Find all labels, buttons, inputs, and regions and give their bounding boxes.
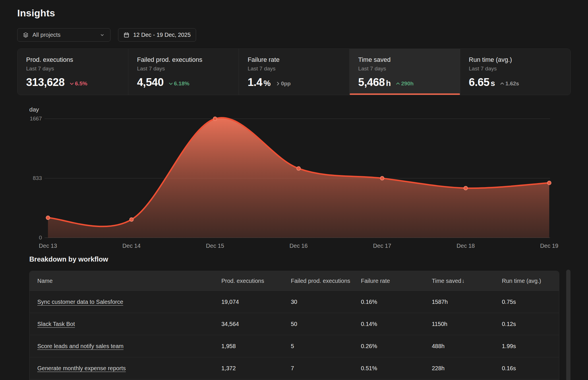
metric-card-delta-text: 290h (401, 80, 413, 87)
metric-card-value: 5,468 (358, 76, 385, 89)
column-header-failed-prod-executions[interactable]: Failed prod. executions (291, 278, 361, 284)
metric-card-label: Time saved (358, 56, 452, 64)
table-header-row: NameProd. executionsFailed prod. executi… (30, 271, 559, 291)
cell-failed-executions: 7 (291, 365, 361, 372)
cell-failure-rate: 0.16% (361, 299, 432, 305)
metric-card-period: Last 7 days (469, 66, 562, 72)
workflow-table: NameProd. executionsFailed prod. executi… (29, 271, 559, 380)
y-axis-tick: 833 (33, 175, 42, 181)
metric-card-period: Last 7 days (247, 66, 341, 72)
metric-card[interactable]: Time saved Last 7 days 5,468 h 290h (349, 49, 460, 95)
cell-failure-rate: 0.26% (361, 343, 432, 350)
selected-card-indicator (350, 93, 460, 95)
metric-card-value-row: 1.4 % 0pp (247, 76, 341, 89)
y-axis-tick: 1667 (30, 116, 42, 122)
column-header-name[interactable]: Name (30, 278, 221, 284)
metric-card-delta-text: 0pp (281, 80, 291, 87)
cell-failure-rate: 0.14% (361, 321, 432, 327)
data-point[interactable] (130, 218, 134, 221)
cell-time-saved: 1587h (432, 299, 502, 305)
vertical-scrollbar-thumb[interactable] (566, 270, 570, 380)
metric-card[interactable]: Prod. executions Last 7 days 313,628 6.5… (18, 49, 128, 95)
breakdown-heading: Breakdown by workflow (29, 255, 571, 263)
data-point[interactable] (46, 216, 50, 220)
cell-failure-rate: 0.51% (361, 365, 432, 372)
trend-up-icon (499, 81, 505, 87)
metric-card-value-row: 5,468 h 290h (358, 76, 452, 89)
table-row: Score leads and notify sales team 1,958 … (30, 335, 559, 357)
workflow-name-link[interactable]: Generate monthly expense reports (37, 365, 126, 371)
project-selector[interactable]: All projects (17, 28, 111, 42)
metric-card-unit: s (491, 79, 495, 88)
date-range-picker[interactable]: 12 Dec - 19 Dec, 2025 (118, 28, 196, 42)
cell-run-time: 0.75s (502, 299, 559, 305)
calendar-icon (123, 32, 129, 38)
column-header-prod-executions[interactable]: Prod. executions (221, 278, 291, 284)
x-axis-tick: Dec 13 (39, 243, 57, 249)
area-fill (48, 118, 549, 238)
cell-prod-executions: 34,564 (221, 321, 291, 327)
cell-time-saved: 488h (432, 343, 502, 350)
cell-prod-executions: 19,074 (221, 299, 291, 305)
x-axis-tick: Dec 16 (289, 243, 307, 249)
x-axis-tick: Dec 14 (122, 243, 140, 249)
metric-card[interactable]: Failure rate Last 7 days 1.4 % 0pp (239, 49, 349, 95)
cell-time-saved: 228h (432, 365, 502, 372)
metric-card-delta-text: 6.5% (75, 80, 87, 87)
cell-failed-executions: 50 (291, 321, 361, 327)
metric-card-value: 6.65 (469, 76, 490, 89)
data-point[interactable] (213, 117, 217, 121)
trend-down-icon (168, 81, 174, 87)
trend-up-icon (395, 81, 401, 87)
metric-card-delta: 0pp (275, 80, 291, 87)
metric-card-unit: h (386, 79, 391, 88)
cell-prod-executions: 1,958 (221, 343, 291, 350)
column-header-failure-rate[interactable]: Failure rate (361, 278, 432, 284)
page-title: Insights (17, 7, 571, 19)
table-body: Sync customer data to Salesforce 19,074 … (30, 291, 559, 379)
layers-icon (23, 32, 29, 38)
cell-time-saved: 1150h (432, 321, 502, 327)
metric-card-period: Last 7 days (26, 66, 120, 72)
cell-run-time: 0.12s (502, 321, 559, 327)
cell-failed-executions: 30 (291, 299, 361, 305)
insights-page: Insights All projects 12 Dec - 19 Dec, 2… (0, 7, 588, 380)
time-saved-chart: day 08331667Dec 13Dec 14Dec 15Dec 16Dec … (17, 105, 571, 250)
x-axis-tick: Dec 15 (206, 243, 224, 249)
metric-card-delta: 290h (395, 80, 413, 87)
metric-card[interactable]: Run time (avg.) Last 7 days 6.65 s 1.62s (460, 49, 570, 95)
chevron-down-icon (99, 32, 105, 38)
data-point[interactable] (464, 186, 468, 190)
metric-card-value: 1.4 (247, 76, 262, 89)
workflow-name-link[interactable]: Sync customer data to Salesforce (37, 299, 123, 305)
metric-card-period: Last 7 days (358, 66, 452, 72)
metric-card-delta: 1.62s (499, 80, 519, 87)
project-selector-value: All projects (32, 32, 99, 38)
metric-card-label: Prod. executions (26, 56, 120, 64)
workflow-name-link[interactable]: Score leads and notify sales team (37, 343, 123, 349)
data-point[interactable] (548, 181, 551, 185)
metric-card-value: 313,628 (26, 76, 65, 89)
data-point[interactable] (380, 176, 384, 180)
date-range-value: 12 Dec - 19 Dec, 2025 (133, 32, 191, 38)
column-header-time-saved[interactable]: Time saved↓ (432, 278, 502, 284)
workflow-name-link[interactable]: Slack Task Bot (37, 321, 75, 327)
table-row: Slack Task Bot 34,564 50 0.14% 1150h 0.1… (30, 313, 559, 335)
x-axis-tick: Dec 19 (540, 243, 558, 249)
column-header-run-time-avg[interactable]: Run time (avg.) (502, 278, 559, 284)
chart-canvas: 08331667Dec 13Dec 14Dec 15Dec 16Dec 17De… (17, 105, 571, 250)
table-row: Sync customer data to Salesforce 19,074 … (30, 291, 559, 313)
metric-card-label: Run time (avg.) (469, 56, 562, 64)
filter-bar: All projects 12 Dec - 19 Dec, 2025 (17, 28, 571, 42)
cell-run-time: 1.99s (502, 343, 559, 350)
table-row: Generate monthly expense reports 1,372 7… (30, 357, 559, 379)
metric-card[interactable]: Failed prod. executions Last 7 days 4,54… (128, 49, 239, 95)
metric-card-value-row: 313,628 6.5% (26, 76, 120, 89)
cell-run-time: 0.16s (502, 365, 559, 372)
metric-card-delta: 6.5% (69, 80, 87, 87)
metric-card-value-row: 4,540 6.18% (137, 76, 231, 89)
metric-card-delta: 6.18% (168, 80, 189, 87)
cell-prod-executions: 1,372 (221, 365, 291, 372)
metric-card-delta-text: 6.18% (174, 80, 189, 87)
data-point[interactable] (297, 167, 301, 170)
